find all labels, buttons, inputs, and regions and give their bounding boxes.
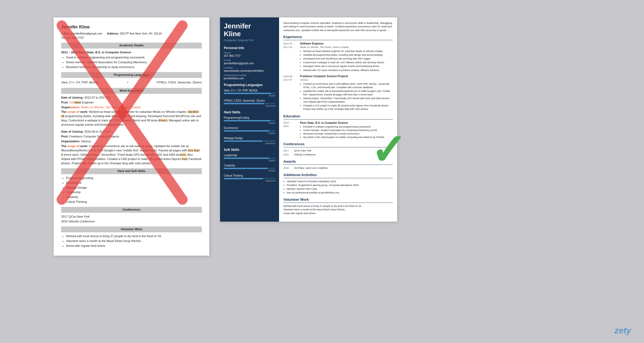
list-item: Attended Code For Princeton Hackathon 20…: [287, 180, 393, 183]
volunteer-title: Volunteer Work: [283, 197, 393, 203]
zety-brand: zety: [614, 326, 631, 335]
work-scope-2: The scope of work: Created an ecommerce …: [61, 144, 202, 166]
work-entry-2: Date of Joining: 2016-06 to 2017-07 Post…: [61, 130, 202, 166]
exp-content-1: Software Engineer Meals on Wheels, Two R…: [300, 42, 393, 72]
exp-entry-1: 2012-07 -2017-10 Software Engineer Meals…: [283, 42, 393, 72]
list-item: GitHub project: "tensorflow." Fixed faul…: [303, 97, 393, 104]
prog-skill-1-name: Java, C++, C#, PHP, MySQL: [224, 89, 275, 92]
prog-skill-2-bar-fill: [224, 103, 264, 104]
programming-section: Programming Languages: [224, 83, 275, 87]
work-post-2: Post: Freelance Computer Science Project…: [61, 135, 202, 139]
right-resume: JenniferKline Computer Science Pro Perso…: [220, 17, 397, 222]
work-org-1: Organization: Meals on Wheels, Two River…: [61, 105, 202, 110]
additional-section: Additional Activities Attended Code For …: [283, 173, 393, 195]
soft-skill-2-name: Creativity: [224, 164, 275, 167]
tel-value: 267-980-7737: [66, 36, 84, 39]
bullet-separator: •: [127, 80, 128, 85]
work-org-2: Organization: Various: [61, 139, 202, 144]
edu-title: 2012 – 2016 Penn State, B.S. in Computer…: [61, 50, 202, 55]
list-item: President, TrogdorPenn gaming group. Inc…: [287, 184, 393, 187]
email-value: jenniferfkline@gmail.com: [224, 62, 275, 65]
right-name: JenniferKline: [224, 22, 275, 38]
list-item: Ecommerce: [66, 181, 202, 185]
email-value: jenniferfkline@gmail.com: [71, 32, 102, 35]
list-item: Programming/coding: [66, 176, 202, 180]
exp-jobtitle-2: Freelance Computer Science Projects: [300, 74, 393, 79]
list-item: Worked with local rescue to bring 37 peo…: [66, 234, 202, 238]
lang-col2: HTML5, CSS3, Javascript, JQuery: [157, 80, 202, 85]
right-resume-sidebar: JenniferKline Computer Science Pro Perso…: [220, 17, 279, 222]
left-name: Jennifer Kline: [61, 24, 202, 30]
conf-2: 2016 Velocity Conference: [61, 219, 202, 224]
linkedin-label: LinkedIn: [224, 66, 275, 69]
exp-org-2: Various: [300, 78, 393, 82]
hard-skill-2-bar-bg: [224, 130, 275, 132]
work-scope-1: The scope of work: Worked as head softwa…: [61, 110, 202, 127]
exp-content-2: Freelance Computer Science Projects Vari…: [300, 74, 393, 111]
work-date-1: Date of Joining: 2012-07 to 2017-10: [61, 96, 202, 100]
address-label: Address:: [107, 32, 119, 35]
soft-skill-1: Leadership Expert: [224, 154, 275, 162]
phone-label: Phone: [224, 51, 275, 54]
exp-org-1: Meals on Wheels, Two Rivers, Maine Chapt…: [300, 46, 393, 49]
hard-skill-1: Programming/Coding Expert: [224, 116, 275, 124]
prog-skill-2-name: HTML5, CSS3, Javascript, JQuery: [224, 99, 275, 102]
soft-skill-2-level: Expert: [224, 169, 275, 172]
soft-skill-2-bar-bg: [224, 168, 275, 169]
left-resume: Jennifer Kline E-Mail: jenniferfkline@gm…: [54, 17, 209, 256]
list-item: Assist with regular food drives: [66, 244, 202, 248]
soft-skill-3-bar-bg: [224, 178, 275, 179]
hard-skill-2-level: Expert: [224, 132, 275, 135]
exp-date-1: 2012-07 -2017-10: [283, 42, 300, 72]
list-item: Webapp Design: [66, 186, 202, 190]
right-summary: Hard-working computer science specialist…: [283, 21, 393, 32]
experience-section: Experience 2012-07 -2017-10 Software Eng…: [283, 35, 393, 111]
personal-info-section: Personal Info: [224, 46, 275, 50]
soft-skill-3-name: Critical Thinking: [224, 174, 275, 177]
lang-col1: Java, C++, C#, PHP, MySQL: [61, 80, 99, 85]
list-item: Active member, Student Association for C…: [66, 60, 202, 65]
work-post-1: Post: Software Engineer: [61, 100, 202, 105]
soft-skill-1-name: Leadership: [224, 154, 275, 157]
left-tel-line: Tel: 267-980-7737: [61, 36, 202, 40]
soft-skill-1-bar-fill: [224, 158, 269, 159]
hard-skill-3-bar-bg: [224, 140, 275, 142]
soft-skills-section: Soft Skills: [224, 148, 275, 152]
right-resume-main: Hard-working computer science specialist…: [279, 17, 397, 222]
hard-skill-1-name: Programming/Coding: [224, 116, 275, 119]
exp-bullets-1: Worked as head software engineer for sub…: [303, 50, 393, 72]
soft-skill-1-bar-bg: [224, 158, 275, 159]
tel-label: Tel:: [61, 36, 65, 39]
exp-bullets-2: Created an ecommerce site to sell walkin…: [303, 82, 393, 111]
address-value: 350 5th Ave New York, NY, 10118: [120, 32, 162, 35]
lang-row: Java, C++, C#, PHP, MySQL • HTML5, CSS3,…: [61, 80, 202, 85]
prog-skill-1-bar-fill: [224, 93, 271, 94]
list-item: Updated the mobile site at MoneyMoneyWor…: [303, 90, 393, 96]
prog-skill-2: HTML5, CSS3, Javascript, JQuery Advanced: [224, 99, 275, 107]
conf-name-1: QCon New York: [294, 149, 311, 152]
prog-skill-2-level: Advanced: [224, 105, 275, 107]
list-item: Critical Thinking: [66, 200, 202, 204]
prog-skill-1: Java, C++, C#, PHP, MySQL Expert: [224, 89, 275, 97]
experience-title: Experience: [283, 35, 393, 40]
additional-bullets: Attended Code For Princeton Hackathon 20…: [287, 180, 393, 195]
exp-date-2: 2016-06 -2017-07: [283, 74, 300, 111]
hard-skill-2-bar-fill: [224, 130, 269, 132]
phone-value: 267-980-7737: [224, 54, 275, 57]
list-item: Developed front-end WordPress site and b…: [303, 57, 393, 61]
list-item: Great in software engineering and progra…: [66, 55, 202, 60]
right-title: Computer Science Pro: [224, 39, 275, 42]
prog-skill-2-bar-bg: [224, 103, 275, 104]
left-email-line: E-Mail: jenniferfkline@gmail.com Address…: [61, 31, 202, 36]
hard-skill-1-level: Expert: [224, 122, 275, 124]
list-item: Member, Women Who Code.: [287, 187, 393, 191]
programming-header: Programming Languages: [61, 72, 202, 78]
hard-skill-1-bar-fill: [224, 120, 270, 121]
education-title: Education: [283, 114, 393, 120]
award-year-1: 2016: [283, 166, 294, 170]
edu-date-1: 2012 -2016: [283, 121, 300, 139]
list-item: Managed online ads to announce regular e…: [303, 65, 393, 68]
list-item: Customized a webapp to track all 1,047 d…: [303, 61, 393, 64]
soft-skill-3-bar-fill: [224, 178, 263, 179]
list-item: See my professional portfolio at jennife…: [287, 191, 393, 195]
